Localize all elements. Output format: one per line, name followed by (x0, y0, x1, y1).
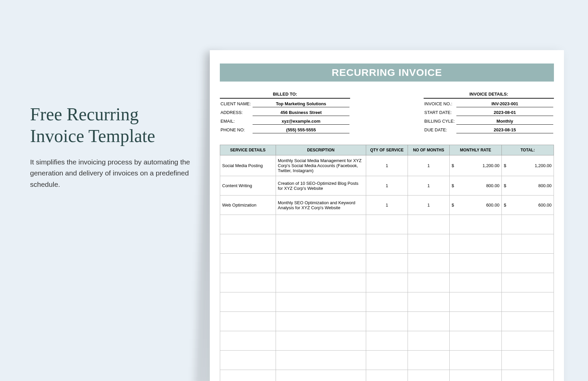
cell-description: Creation of 10 SEO-Optimized Blog Posts … (276, 176, 366, 196)
invoice-details-heading: INVOICE DETAILS: (424, 92, 554, 99)
cell-description: Monthly Social Media Management for XYZ … (276, 155, 366, 176)
cell-months: 1 (408, 196, 449, 215)
billing-cycle-value: Monthly (456, 119, 553, 125)
page-subtitle: It simplifies the invoicing process by a… (30, 156, 190, 190)
page-title: Free Recurring Invoice Template (30, 104, 190, 147)
table-row-empty (220, 312, 554, 331)
phone-value: (555) 555-5555 (253, 127, 349, 133)
due-date-value: 2023-08-15 (456, 127, 553, 133)
address-line: ADDRESS: 456 Business Street (220, 109, 350, 117)
cell-qty: 1 (366, 176, 408, 196)
email-value: xyz@example.com (253, 119, 349, 125)
email-label: EMAIL: (220, 119, 253, 125)
col-total: TOTAL: (501, 145, 554, 155)
col-rate: MONTHLY RATE (449, 145, 501, 155)
client-name-label: CLIENT NAME: (220, 101, 253, 107)
due-date-line: DUE DATE: 2023-08-15 (424, 126, 554, 135)
table-row-empty (220, 331, 554, 351)
invoice-details-block: INVOICE DETAILS: INVOICE NO.: INV-2023-0… (424, 92, 554, 135)
table-row-empty (220, 273, 554, 292)
email-line: EMAIL: xyz@example.com (220, 117, 350, 126)
client-name-value: Top Marketing Solutions (253, 101, 349, 107)
phone-line: PHONE NO: (555) 555-5555 (220, 126, 350, 135)
cell-total: $1,200.00 (501, 155, 554, 176)
phone-label: PHONE NO: (220, 127, 253, 133)
col-months: NO OF MONTHS (408, 145, 449, 155)
info-row: BILLED TO: CLIENT NAME: Top Marketing So… (220, 92, 554, 135)
billed-to-block: BILLED TO: CLIENT NAME: Top Marketing So… (220, 92, 350, 135)
table-row: Content WritingCreation of 10 SEO-Optimi… (220, 176, 554, 196)
col-service: SERVICE DETAILS (220, 145, 276, 155)
client-name-line: CLIENT NAME: Top Marketing Solutions (220, 100, 350, 109)
due-date-label: DUE DATE: (424, 127, 456, 133)
cell-service: Content Writing (220, 176, 276, 196)
col-qty: QTY OF SERVICE (366, 145, 408, 155)
table-header-row: SERVICE DETAILS DESCRIPTION QTY OF SERVI… (220, 145, 554, 155)
invoice-document: RECURRING INVOICE BILLED TO: CLIENT NAME… (210, 50, 564, 381)
cell-total: $600.00 (501, 196, 554, 215)
start-date-line: START DATE: 2023-08-01 (424, 109, 554, 117)
invoice-no-line: INVOICE NO.: INV-2023-001 (424, 100, 554, 109)
table-row-empty (220, 215, 554, 234)
cell-total: $800.00 (501, 176, 554, 196)
cell-months: 1 (408, 155, 449, 176)
cell-service: Social Media Posting (220, 155, 276, 176)
cell-description: Monthly SEO Optimization and Keyword Ana… (276, 196, 366, 215)
start-date-value: 2023-08-01 (456, 110, 553, 116)
table-row: Web OptimizationMonthly SEO Optimization… (220, 196, 554, 215)
table-row-empty (220, 351, 554, 370)
table-row-empty (220, 254, 554, 273)
col-description: DESCRIPTION (276, 145, 366, 155)
cell-qty: 1 (366, 155, 408, 176)
cell-rate: $800.00 (449, 176, 501, 196)
start-date-label: START DATE: (424, 110, 456, 116)
table-row: Social Media PostingMonthly Social Media… (220, 155, 554, 176)
billed-to-heading: BILLED TO: (220, 92, 350, 99)
invoice-no-value: INV-2023-001 (456, 101, 553, 107)
cell-service: Web Optimization (220, 196, 276, 215)
invoice-header: RECURRING INVOICE (220, 64, 554, 82)
services-table: SERVICE DETAILS DESCRIPTION QTY OF SERVI… (220, 145, 554, 381)
address-label: ADDRESS: (220, 110, 253, 116)
promo-panel: Free Recurring Invoice Template It simpl… (30, 104, 190, 190)
table-row-empty (220, 370, 554, 381)
cell-rate: $600.00 (449, 196, 501, 215)
billing-cycle-line: BILLING CYLE: Monthly (424, 117, 554, 126)
cell-months: 1 (408, 176, 449, 196)
billing-cycle-label: BILLING CYLE: (424, 119, 456, 125)
address-value: 456 Business Street (253, 110, 349, 116)
table-row-empty (220, 234, 554, 254)
cell-qty: 1 (366, 196, 408, 215)
table-row-empty (220, 292, 554, 312)
cell-rate: $1,200.00 (449, 155, 501, 176)
invoice-no-label: INVOICE NO.: (424, 101, 456, 107)
